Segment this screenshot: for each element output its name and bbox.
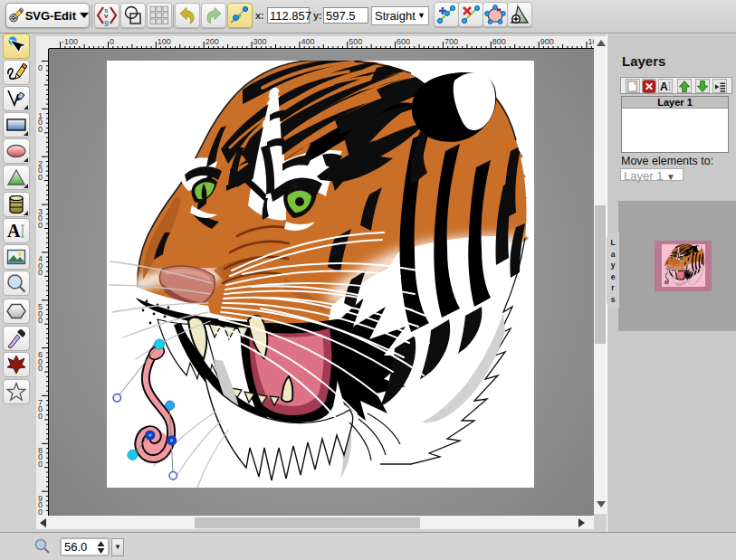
svg-text:100: 100 [158, 37, 171, 46]
svg-text:0: 0 [38, 460, 43, 469]
svg-text:0: 0 [38, 63, 43, 72]
svg-text:300: 300 [253, 37, 267, 46]
svg-text:200: 200 [206, 37, 219, 46]
svg-text:0: 0 [38, 221, 43, 230]
svg-text:500: 500 [349, 37, 362, 46]
svg-text:0: 0 [38, 508, 43, 516]
svg-text:0: 0 [38, 173, 43, 182]
svg-text:A: A [660, 80, 668, 92]
svg-text:900: 900 [540, 37, 554, 46]
svg-text:0: 0 [110, 37, 114, 46]
svg-text:0: 0 [38, 125, 43, 134]
svg-text:0: 0 [38, 268, 43, 277]
svg-text:A: A [7, 221, 21, 241]
svg-text:800: 800 [492, 37, 506, 46]
svg-text:0: 0 [38, 364, 43, 373]
svg-text:600: 600 [397, 37, 410, 46]
svg-text:g: g [104, 18, 109, 26]
svg-text:-100: -100 [62, 37, 78, 46]
svg-text:400: 400 [301, 37, 314, 46]
svg-text:0: 0 [38, 412, 43, 421]
svg-text:0: 0 [38, 316, 43, 325]
svg-text:700: 700 [444, 37, 458, 46]
